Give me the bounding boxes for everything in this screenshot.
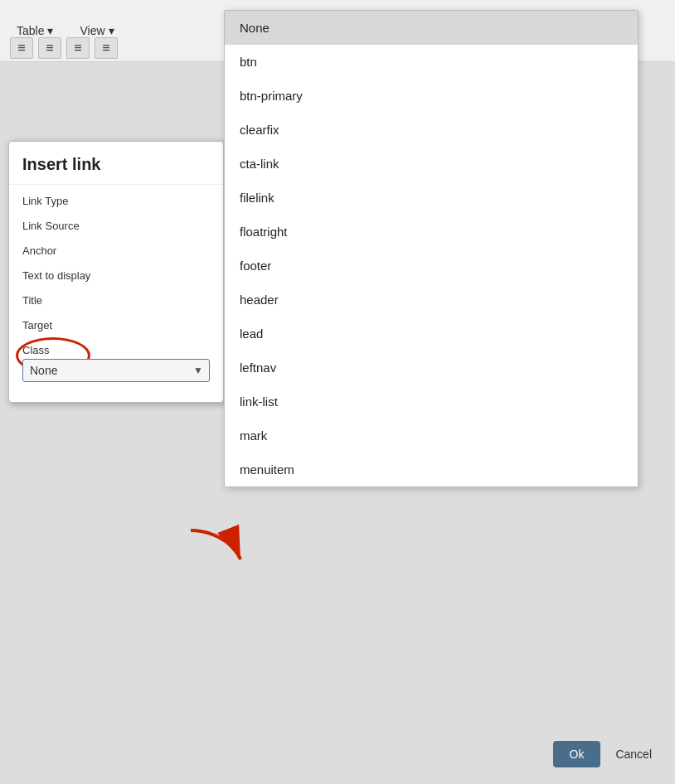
target-label: Target — [22, 319, 210, 332]
link-type-label: Link Type — [22, 195, 210, 207]
dropdown-item-floatright[interactable]: floatright — [225, 215, 638, 249]
align-left-button[interactable]: ≡ — [10, 37, 33, 59]
dialog-body: Link Type Link Source Anchor Text to dis… — [9, 185, 223, 402]
align-justify-button[interactable]: ≡ — [95, 37, 118, 59]
class-select-wrapper: None btn btn-primary clearfix cta-link f… — [22, 359, 210, 382]
class-select[interactable]: None btn btn-primary clearfix cta-link f… — [22, 359, 210, 382]
anchor-label: Anchor — [22, 244, 210, 257]
anchor-field: Anchor — [22, 244, 210, 259]
dropdown-item-lead[interactable]: lead — [225, 317, 638, 351]
class-label: Class — [22, 344, 210, 356]
title-label: Title — [22, 294, 210, 307]
insert-link-dialog: Insert link Link Type Link Source Anchor… — [8, 141, 224, 403]
class-dropdown-popup[interactable]: None btn btn-primary clearfix cta-link f… — [224, 10, 639, 487]
dropdown-item-btn-primary[interactable]: btn-primary — [225, 79, 638, 113]
dropdown-item-filelink[interactable]: filelink — [225, 181, 638, 215]
dropdown-item-header[interactable]: header — [225, 283, 638, 317]
dialog-footer: Ok Cancel — [553, 741, 658, 767]
link-source-field: Link Source — [22, 220, 210, 235]
text-to-display-label: Text to display — [22, 269, 210, 282]
dropdown-item-leftnav[interactable]: leftnav — [225, 351, 638, 385]
align-right-button[interactable]: ≡ — [66, 37, 90, 59]
link-source-label: Link Source — [22, 220, 210, 232]
link-type-field: Link Type — [22, 195, 210, 210]
dropdown-item-menuitem[interactable]: menuitem — [225, 452, 638, 486]
dropdown-list: None btn btn-primary clearfix cta-link f… — [225, 11, 638, 486]
dropdown-item-mark[interactable]: mark — [225, 419, 638, 452]
dropdown-item-link-list[interactable]: link-list — [225, 385, 638, 419]
dropdown-item-footer[interactable]: footer — [225, 249, 638, 283]
dropdown-item-clearfix[interactable]: clearfix — [225, 113, 638, 147]
ok-button[interactable]: Ok — [553, 741, 601, 767]
dialog-title: Insert link — [9, 142, 223, 185]
cancel-button[interactable]: Cancel — [609, 741, 658, 767]
text-to-display-field: Text to display — [22, 269, 210, 284]
dropdown-item-cta-link[interactable]: cta-link — [225, 147, 638, 181]
dropdown-item-btn[interactable]: btn — [225, 45, 638, 79]
align-center-button[interactable]: ≡ — [38, 37, 61, 59]
dropdown-item-none[interactable]: None — [225, 11, 638, 45]
title-field: Title — [22, 294, 210, 309]
class-field: Class None btn btn-primary clearfix cta-… — [22, 344, 210, 382]
target-field: Target — [22, 319, 210, 334]
